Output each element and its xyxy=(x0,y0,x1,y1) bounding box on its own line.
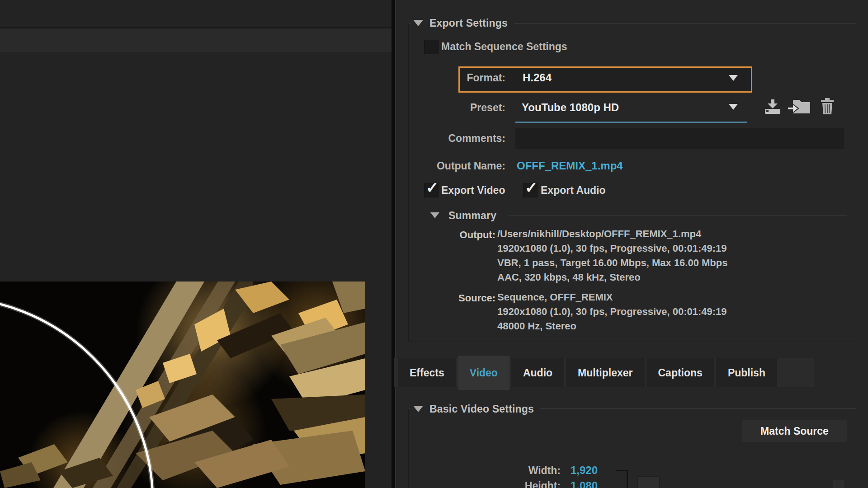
tab-captions[interactable]: Captions xyxy=(646,358,714,387)
format-dropdown-arrow-icon xyxy=(729,75,738,81)
pane-divider[interactable] xyxy=(392,0,395,488)
output-name-link[interactable]: OFFF_REMIX_1.mp4 xyxy=(517,160,623,172)
summary-output-line: 868x488 (1.0), 30 fps, Progressive, 00… xyxy=(497,241,727,256)
summary-source-line: 48000 Hz, Stereo xyxy=(497,319,727,333)
summary-source-lines: Sequence, OFFF_REMIX 868x488 (1.0), 30… xyxy=(497,290,727,333)
basic-video-settings-header: Basic Video Settings xyxy=(410,403,540,415)
summary-rule xyxy=(509,216,847,216)
export-video-label: Export Video xyxy=(441,184,505,197)
output-name-label: Output Name: xyxy=(407,160,505,172)
save-preset-button[interactable] xyxy=(763,99,782,115)
summary-output-label: Output: xyxy=(416,229,495,241)
export-settings-dialog: Export Settings Match Sequence Settings … xyxy=(0,0,868,488)
summary-output-line: AAC, 320 kbps, 48 kHz, Stereo xyxy=(497,270,727,285)
delete-preset-icon xyxy=(820,98,835,115)
comments-label: Comments: xyxy=(407,132,505,145)
aspect-option-box[interactable] xyxy=(833,480,845,488)
export-settings-title: Export Settings xyxy=(429,17,508,29)
height-label: Height: xyxy=(497,480,561,488)
import-preset-button[interactable] xyxy=(786,98,812,115)
preset-focus-underline xyxy=(515,122,747,123)
summary-collapse-triangle-icon[interactable] xyxy=(430,212,439,218)
save-preset-icon xyxy=(764,99,781,114)
height-value[interactable]: 1,080 xyxy=(571,479,598,488)
basic-video-settings-title: Basic Video Settings xyxy=(429,403,534,415)
summary-output-line: VBR, 1 pass, Target 16.00 Mbps, Max 16.0… xyxy=(497,256,727,270)
summary-source-label: Source: xyxy=(416,292,495,304)
constrain-link-button[interactable] xyxy=(637,476,660,488)
video-preview-frame xyxy=(0,282,365,488)
tab-effects[interactable]: Effects xyxy=(398,358,456,387)
match-sequence-checkbox[interactable] xyxy=(424,40,439,54)
preset-label: Preset: xyxy=(407,102,505,114)
export-video-check-icon: ✓ xyxy=(426,180,439,195)
summary-output-line: /Users/nikhill/Desktop/OFFF_REMIX_1.mp4 xyxy=(497,227,727,241)
summary-source-line: 868x488 (1.0), 30 fps, Progressive, 00… xyxy=(497,305,727,319)
preset-value: YouTube 1080p HD xyxy=(522,101,619,114)
import-preset-icon xyxy=(787,98,811,114)
constrain-bracket-top xyxy=(616,470,627,471)
preview-pane-header-band xyxy=(0,27,392,53)
constrain-bracket-line xyxy=(627,470,628,488)
export-audio-label: Export Audio xyxy=(541,184,606,197)
tab-video[interactable]: Video xyxy=(458,356,509,390)
summary-output-lines: /Users/nikhill/Desktop/OFFF_REMIX_1.mp4 … xyxy=(497,227,727,285)
match-sequence-label: Match Sequence Settings xyxy=(441,41,567,53)
tab-audio[interactable]: Audio xyxy=(511,358,564,387)
delete-preset-button[interactable] xyxy=(818,98,836,115)
preset-dropdown-arrow-icon xyxy=(729,104,738,110)
tab-multiplexer[interactable]: Multiplexer xyxy=(566,358,644,387)
match-source-button[interactable]: Match Source xyxy=(742,420,847,442)
summary-source-line: Sequence, OFFF_REMIX xyxy=(497,290,727,305)
format-value: H.264 xyxy=(523,71,552,84)
export-settings-header: Export Settings xyxy=(410,17,514,29)
tab-publish[interactable]: Publish xyxy=(716,358,777,387)
width-value[interactable]: 1,920 xyxy=(571,464,598,477)
collapse-triangle-icon[interactable] xyxy=(413,20,423,26)
comments-input[interactable] xyxy=(515,128,844,149)
export-audio-check-icon: ✓ xyxy=(525,180,538,195)
video-preview-image xyxy=(0,282,365,488)
format-label: Format: xyxy=(407,72,505,84)
summary-title: Summary xyxy=(448,210,496,222)
width-label: Width: xyxy=(497,465,561,477)
preview-pane xyxy=(0,0,392,488)
basic-video-collapse-triangle-icon[interactable] xyxy=(413,406,423,412)
settings-tabbar: Effects Video Audio Multiplexer Captions… xyxy=(394,358,814,387)
